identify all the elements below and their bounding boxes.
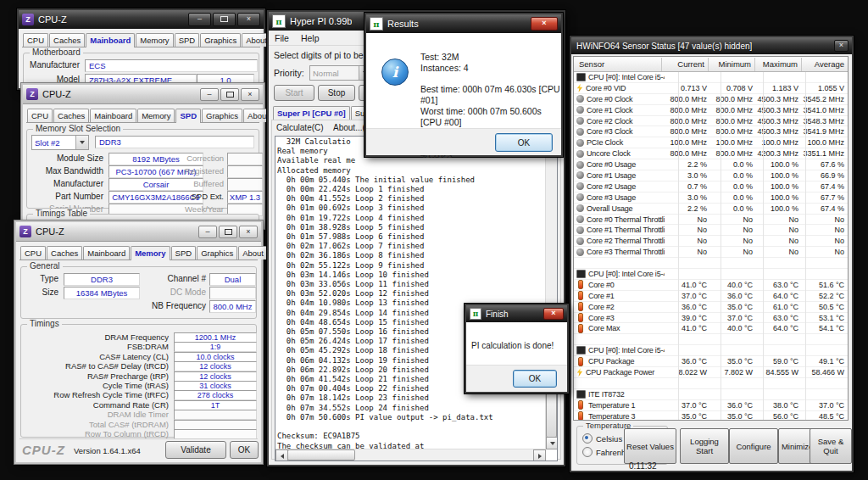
sensor-row[interactable]: CPU Package Power8.022 W7.802 W84.555 W5… [574, 367, 848, 378]
tab-caches[interactable]: Caches [47, 246, 82, 260]
cpuz-memory-title-bar[interactable]: Z CPU-Z – × [16, 222, 261, 242]
stop-button[interactable]: Stop [318, 85, 355, 101]
sensor-row[interactable]: Core #339.0 °C37.0 °C63.0 °C53.1 °C [574, 313, 848, 324]
horizontal-scrollbar[interactable] [275, 449, 546, 460]
column-header-maximum[interactable]: Maximum [754, 58, 801, 71]
finish-title-bar[interactable]: π Finish × [466, 305, 567, 322]
close-icon[interactable]: × [531, 17, 558, 31]
sensor-row[interactable]: Core #041.0 °C40.0 °C63.0 °C51.6 °C [574, 280, 848, 291]
sensor-row[interactable]: Core #2 Clock800.0 MHz800.0 MHz4500.3 MH… [574, 116, 848, 127]
minimize-icon[interactable]: – [200, 88, 219, 101]
tab-caches[interactable]: Caches [53, 109, 89, 122]
menu-file[interactable]: File [269, 33, 295, 43]
sensor-row[interactable]: Core #3 Clock800.0 MHz800.0 MHz4500.3 MH… [574, 126, 848, 137]
tab-cpu[interactable]: CPU [23, 33, 48, 47]
results-title-bar[interactable]: π Results × [366, 14, 561, 33]
buffered-value [227, 178, 263, 191]
tab-graphics[interactable]: Graphics [200, 33, 241, 47]
logging-start-button[interactable]: Logging Start [680, 428, 729, 464]
tab-graphics[interactable]: Graphics [197, 246, 237, 260]
calculate-menu[interactable]: Calculate(C) [276, 123, 324, 132]
tab-about[interactable]: About [238, 246, 268, 260]
maximize-icon[interactable] [219, 226, 237, 238]
sensor-row[interactable]: Core #0 VID0.713 V0.708 V1.183 V1.055 V [574, 83, 848, 94]
sensor-row[interactable]: Core #2 Usage0.7 %0.0 %100.0 %67.4 % [574, 181, 848, 193]
reset-values-button[interactable]: Reset Values [624, 428, 676, 464]
tab-memory[interactable]: Memory [131, 246, 170, 260]
sensor-row[interactable]: Core #0 Thermal ThrottlingNoNoNoNo [574, 215, 848, 226]
tab-cpu[interactable]: CPU [27, 109, 53, 122]
sensor-row[interactable]: CPU [#0]: Intel Core i5-4... [574, 345, 848, 356]
sensor-row[interactable]: Core #0 Usage2.2 %0.0 %100.0 %67.6 % [574, 159, 848, 170]
close-icon[interactable]: × [239, 226, 258, 238]
tab-cpu[interactable]: CPU [20, 246, 46, 260]
tab-spd[interactable]: SPD [171, 246, 197, 260]
tab-memory[interactable]: Memory [137, 109, 175, 122]
pi-log-area[interactable]: 32M CalculatioReal memoryAvailable real … [275, 136, 558, 461]
sensor-row[interactable]: CPU Package36.0 °C35.0 °C59.0 °C49.1 °C [574, 356, 848, 367]
tab-caches[interactable]: Caches [49, 33, 85, 47]
vertical-scrollbar-thumb[interactable] [546, 387, 557, 438]
sensor-row[interactable]: Core #137.0 °C36.0 °C64.0 °C52.2 °C [574, 291, 848, 302]
sensor-row[interactable]: Core #0 Clock800.0 MHz800.0 MHz4500.3 MH… [574, 94, 848, 105]
sensor-row[interactable]: Core #236.0 °C35.0 °C61.0 °C50.5 °C [574, 302, 848, 313]
celsius-radio[interactable]: Celsius [582, 433, 622, 444]
tab-spd[interactable]: SPD [175, 33, 200, 47]
tab-memory[interactable]: Memory [136, 33, 173, 47]
close-icon[interactable]: × [241, 88, 259, 101]
chevron-down-icon[interactable] [75, 136, 88, 149]
column-header-current[interactable]: Current [661, 58, 708, 71]
sensor-row[interactable]: CPU [#0]: Intel Core i5-4... [574, 269, 848, 280]
tab-mainboard[interactable]: Mainboard [83, 246, 130, 260]
horizontal-scrollbar-thumb[interactable] [287, 449, 355, 460]
tab-graphics[interactable]: Graphics [202, 109, 242, 122]
tab-mainboard[interactable]: Mainboard [86, 33, 135, 47]
configure-button[interactable]: Configure [729, 428, 778, 464]
tab-super-pi-cpu-0[interactable]: Super PI [CPU #0] [273, 106, 350, 120]
cpuz-spd-title-bar[interactable]: Z CPU-Z – × [23, 85, 263, 104]
scroll-left-icon[interactable] [275, 449, 288, 461]
column-header-minimum[interactable]: Minimum [708, 58, 754, 71]
sensor-row[interactable]: Overall Usage2.2 %0.0 %100.0 %67.4 % [574, 204, 848, 215]
slot-selector[interactable]: Slot #2 [31, 135, 89, 150]
hwinfo-title-bar[interactable]: HWiNFO64 Sensor Status [47 value(s) hidd… [571, 37, 852, 54]
radio-selected-icon[interactable] [582, 433, 593, 444]
minimize-icon[interactable]: – [198, 226, 217, 238]
ok-button[interactable]: OK [495, 133, 553, 152]
sensor-row[interactable]: CPU [#0]: Intel Core i5-4... [574, 72, 848, 83]
sensor-row[interactable]: ITE IT8732 [574, 389, 848, 400]
priority-select[interactable]: Normal [309, 65, 372, 81]
sensor-row[interactable]: Core #2 Thermal ThrottlingNoNoNoNo [574, 236, 848, 247]
minimize-icon[interactable]: – [188, 13, 211, 26]
sensor-row[interactable]: Core #3 Thermal ThrottlingNoNoNoNo [574, 247, 848, 258]
tab-mainboard[interactable]: Mainboard [90, 109, 136, 122]
sensor-row[interactable]: Core #1 Usage3.0 %0.0 %100.0 %66.9 % [574, 170, 848, 181]
sensor-row[interactable]: Core #1 Thermal ThrottlingNoNoNoNo [574, 225, 848, 236]
sensor-row[interactable]: Core #1 Clock800.0 MHz800.0 MHz4500.3 MH… [574, 105, 848, 116]
column-header-sensor[interactable]: Sensor [574, 58, 661, 71]
close-icon[interactable]: × [834, 40, 849, 52]
maximize-icon[interactable] [220, 88, 239, 101]
close-icon[interactable]: × [237, 13, 260, 26]
close-icon[interactable]: × [543, 308, 564, 320]
cpuz-mainboard-title-bar[interactable]: Z CPU-Z – × [19, 10, 264, 29]
sensor-row[interactable]: Uncore Clock800.0 MHz800.0 MHz4200.3 MHz… [574, 148, 848, 159]
column-header-average[interactable]: Average [801, 58, 848, 71]
tab-spd[interactable]: SPD [175, 109, 201, 123]
ok-button[interactable]: OK [513, 370, 557, 388]
radio-icon[interactable] [582, 447, 593, 457]
sensor-row[interactable]: Temperature 335.0 °C35.0 °C56.0 °C48.5 °… [574, 411, 848, 421]
sensor-row[interactable]: PCIe Clock100.0 MHz100.0 MHz100.0 MHz100… [574, 137, 848, 148]
sensor-row[interactable]: Core #3 Usage3.0 %0.0 %100.0 %67.7 % [574, 193, 848, 204]
scroll-right-icon[interactable] [533, 449, 546, 461]
ok-button[interactable]: OK [230, 441, 259, 459]
save-quit-button[interactable]: Save & Quit [810, 428, 852, 464]
sensor-row[interactable]: Temperature 137.0 °C36.0 °C38.0 °C37.0 °… [574, 400, 848, 411]
scroll-down-icon[interactable] [546, 437, 558, 449]
validate-button[interactable]: Validate [165, 441, 226, 459]
sensor-row[interactable]: Core Max41.0 °C40.0 °C64.0 °C54.1 °C [574, 323, 848, 334]
start-button[interactable]: Start [274, 85, 314, 101]
maximize-icon[interactable] [213, 13, 236, 26]
menu-help[interactable]: Help [295, 33, 326, 43]
vertical-scrollbar[interactable] [545, 137, 557, 449]
